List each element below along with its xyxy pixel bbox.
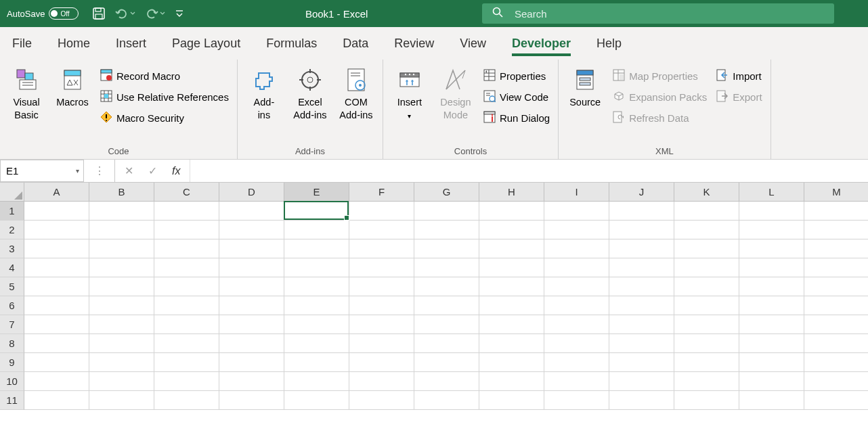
cell-G1[interactable] (414, 202, 479, 221)
cell-A2[interactable] (24, 221, 89, 239)
cell-D8[interactable] (219, 334, 284, 353)
com-add-ins-button[interactable]: COMAdd-ins (335, 64, 377, 122)
excel-add-ins-button[interactable]: ExcelAdd-ins (289, 64, 331, 122)
cell-C9[interactable] (154, 353, 219, 372)
cell-C1[interactable] (154, 202, 219, 221)
visual-basic-button[interactable]: VisualBasic (5, 64, 47, 122)
cell-L11[interactable] (739, 391, 804, 410)
cell-A1[interactable] (24, 202, 89, 221)
toggle-switch[interactable]: Off (49, 7, 79, 20)
row-header-10[interactable]: 10 (0, 372, 24, 391)
macro-security-button[interactable]: Macro Security (97, 110, 232, 127)
cell-C10[interactable] (154, 372, 219, 391)
cell-L9[interactable] (739, 353, 804, 372)
column-header-E[interactable]: E (284, 183, 349, 202)
name-box-dropdown-icon[interactable]: ▾ (76, 167, 79, 175)
cell-K8[interactable] (674, 334, 739, 353)
cell-H6[interactable] (479, 296, 544, 315)
cell-I1[interactable] (544, 202, 609, 221)
cell-D4[interactable] (219, 258, 284, 277)
cell-K3[interactable] (674, 239, 739, 258)
record-macro-button[interactable]: Record Macro (97, 68, 232, 85)
cell-K9[interactable] (674, 353, 739, 372)
cell-H4[interactable] (479, 258, 544, 277)
cell-K11[interactable] (674, 391, 739, 410)
cell-A8[interactable] (24, 334, 89, 353)
cell-E4[interactable] (284, 258, 349, 277)
cell-I7[interactable] (544, 315, 609, 334)
tab-file[interactable]: File (12, 31, 32, 56)
cell-M7[interactable] (804, 315, 868, 334)
cell-E8[interactable] (284, 334, 349, 353)
cell-E5[interactable] (284, 277, 349, 296)
cell-A10[interactable] (24, 372, 89, 391)
row-header-5[interactable]: 5 (0, 277, 24, 296)
cell-G11[interactable] (414, 391, 479, 410)
cell-F4[interactable] (349, 258, 414, 277)
source-button[interactable]: Source (564, 64, 606, 109)
cell-H3[interactable] (479, 239, 544, 258)
row-header-3[interactable]: 3 (0, 239, 24, 258)
cell-M1[interactable] (804, 202, 868, 221)
undo-icon[interactable] (115, 7, 135, 20)
cell-J9[interactable] (609, 353, 674, 372)
cell-M6[interactable] (804, 296, 868, 315)
cell-B2[interactable] (89, 221, 154, 239)
autosave-toggle[interactable]: AutoSave Off (0, 7, 85, 20)
cell-E10[interactable] (284, 372, 349, 391)
tab-help[interactable]: Help (596, 31, 622, 56)
tab-page-layout[interactable]: Page Layout (172, 31, 240, 56)
cell-J4[interactable] (609, 258, 674, 277)
cell-M10[interactable] (804, 372, 868, 391)
enter-icon[interactable]: ✓ (148, 164, 157, 177)
cell-A7[interactable] (24, 315, 89, 334)
cell-B7[interactable] (89, 315, 154, 334)
cell-E9[interactable] (284, 353, 349, 372)
cell-A3[interactable] (24, 239, 89, 258)
cell-L1[interactable] (739, 202, 804, 221)
tab-review[interactable]: Review (394, 31, 434, 56)
cell-H7[interactable] (479, 315, 544, 334)
cell-E11[interactable] (284, 391, 349, 410)
cell-D11[interactable] (219, 391, 284, 410)
insert-button[interactable]: Insert▾ (389, 64, 431, 122)
cell-K5[interactable] (674, 277, 739, 296)
cell-K7[interactable] (674, 315, 739, 334)
cell-F10[interactable] (349, 372, 414, 391)
column-header-I[interactable]: I (544, 183, 609, 202)
column-header-B[interactable]: B (89, 183, 154, 202)
cell-G7[interactable] (414, 315, 479, 334)
use-relative-references-button[interactable]: Use Relative References (97, 89, 232, 106)
cell-D6[interactable] (219, 296, 284, 315)
cell-B6[interactable] (89, 296, 154, 315)
cell-C4[interactable] (154, 258, 219, 277)
properties-button[interactable]: Properties (481, 68, 552, 85)
search-box[interactable] (482, 3, 834, 24)
tab-formulas[interactable]: Formulas (266, 31, 317, 56)
cancel-icon[interactable]: ✕ (125, 164, 133, 177)
cell-F11[interactable] (349, 391, 414, 410)
row-header-1[interactable]: 1 (0, 202, 24, 221)
cell-K6[interactable] (674, 296, 739, 315)
column-header-A[interactable]: A (24, 183, 89, 202)
cell-F7[interactable] (349, 315, 414, 334)
row-header-7[interactable]: 7 (0, 315, 24, 334)
cell-E7[interactable] (284, 315, 349, 334)
cell-J8[interactable] (609, 334, 674, 353)
cell-G9[interactable] (414, 353, 479, 372)
expansion-packs-button[interactable]: Expansion Packs (610, 89, 710, 106)
cell-A6[interactable] (24, 296, 89, 315)
export-button[interactable]: Export (714, 89, 764, 106)
cell-J5[interactable] (609, 277, 674, 296)
cell-E6[interactable] (284, 296, 349, 315)
cell-I9[interactable] (544, 353, 609, 372)
macros-button[interactable]: Macros (51, 64, 93, 109)
cell-G10[interactable] (414, 372, 479, 391)
cell-C5[interactable] (154, 277, 219, 296)
cell-L10[interactable] (739, 372, 804, 391)
cell-I2[interactable] (544, 221, 609, 239)
cell-G3[interactable] (414, 239, 479, 258)
search-input[interactable] (515, 8, 825, 20)
column-header-M[interactable]: M (804, 183, 868, 202)
cell-L8[interactable] (739, 334, 804, 353)
